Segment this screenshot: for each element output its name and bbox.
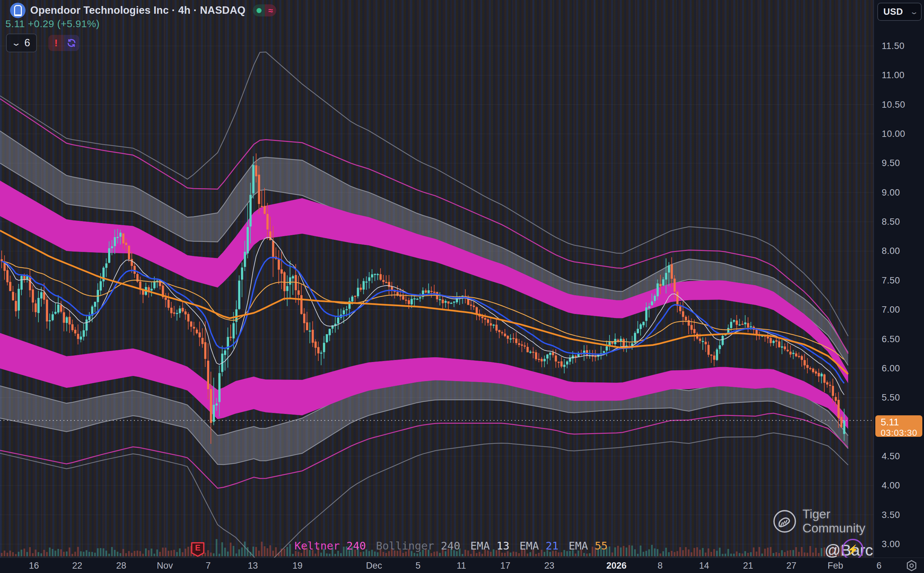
indicator-legend[interactable]: Keltner240Bollinger240EMA13EMA21EMA55 — [295, 539, 618, 552]
candle-body — [682, 312, 684, 317]
volume-bar — [216, 539, 217, 556]
candle-body — [182, 308, 184, 312]
barcode-watermark: @Barcode ⚡ — [825, 541, 874, 557]
candle-body — [133, 266, 136, 274]
time-axis-label: Nov — [157, 560, 173, 571]
candle-body — [402, 296, 405, 300]
axis-settings-icon[interactable] — [905, 559, 918, 573]
market-status-pill[interactable]: ≈ — [253, 5, 276, 16]
volume-bar — [784, 552, 786, 556]
currency-selector[interactable]: USD ⌄ — [877, 3, 922, 21]
candle-body — [193, 327, 195, 329]
volume-bar — [267, 548, 268, 556]
candle-body — [594, 356, 597, 357]
volume-bar — [778, 553, 780, 556]
legend-item-ema-13[interactable]: EMA13 — [471, 539, 509, 552]
volume-bar — [360, 552, 362, 556]
volume-bar — [227, 551, 229, 556]
time-axis[interactable]: 162228Nov71319Dec511172320268142127Feb6 — [0, 557, 924, 573]
candle-body — [498, 330, 500, 332]
legend-value: 55 — [595, 539, 608, 552]
candle-body — [232, 323, 235, 338]
candle-body — [515, 338, 518, 343]
last-price-badge[interactable]: 5.11 03:03:30 — [875, 415, 922, 437]
candle-body — [739, 324, 741, 326]
candle-body — [733, 320, 735, 322]
candle-body — [40, 292, 42, 299]
volume-bar — [725, 554, 726, 556]
volume-bar — [733, 554, 735, 556]
candle-body — [165, 297, 167, 300]
legend-item-ema-55[interactable]: EMA55 — [569, 539, 608, 552]
volume-bar — [221, 542, 223, 556]
candle-body — [563, 365, 566, 367]
volume-bar — [176, 552, 178, 556]
candle-body — [176, 313, 178, 314]
volume-bar — [773, 553, 774, 556]
candle-body — [439, 299, 441, 300]
volume-bar — [787, 551, 788, 556]
candle-body — [122, 233, 125, 244]
volume-bar — [230, 542, 232, 556]
symbol-title[interactable]: Opendoor Technologies Inc · 4h · NASDAQ — [30, 5, 245, 16]
candle-body — [298, 290, 300, 294]
volume-bar — [679, 547, 681, 556]
volume-bar — [626, 548, 627, 556]
earnings-marker[interactable]: E — [190, 542, 206, 557]
sync-icon[interactable] — [64, 35, 79, 51]
candle-body — [345, 309, 348, 310]
volume-bar — [187, 547, 189, 556]
warning-icon[interactable]: ! — [49, 35, 64, 51]
candle-body — [15, 301, 17, 312]
volume-bar — [272, 551, 274, 556]
candle-body — [100, 281, 102, 291]
candle-body — [413, 298, 416, 299]
candle-body — [108, 248, 110, 263]
badge-price: 5.11 — [881, 416, 922, 428]
volume-bar — [767, 548, 769, 557]
volume-bar — [77, 547, 79, 556]
volume-bar — [809, 546, 811, 556]
candle-body — [476, 307, 478, 314]
candle-body — [365, 282, 368, 282]
time-axis-label: 14 — [699, 560, 709, 571]
legend-item-bollinger-240[interactable]: Bollinger240 — [376, 539, 460, 552]
volume-bar — [253, 546, 254, 556]
volume-bar — [63, 552, 65, 556]
volume-bar — [286, 547, 288, 556]
candle-body — [787, 350, 789, 351]
volume-bar — [820, 548, 822, 556]
candle-body — [83, 330, 85, 337]
indicator-collapse-button[interactable]: ⌄ 6 — [6, 34, 37, 52]
candle-body — [125, 243, 127, 245]
volume-bar — [128, 551, 130, 556]
candle-body — [801, 356, 803, 360]
candle-body — [775, 340, 778, 341]
volume-bar — [43, 550, 45, 556]
volume-bar — [362, 551, 364, 556]
volume-bar — [185, 548, 186, 556]
candle-body — [306, 323, 308, 330]
legend-item-ema-21[interactable]: EMA21 — [519, 539, 558, 552]
candle-body — [541, 359, 543, 362]
opendoor-logo-icon[interactable] — [10, 3, 25, 18]
volume-bar — [544, 552, 545, 556]
time-axis-label: 23 — [544, 560, 554, 571]
legend-value: 13 — [497, 539, 510, 552]
candle-body — [673, 279, 676, 291]
tiger-community-label: Tiger Community — [802, 507, 874, 535]
volume-bar — [688, 550, 690, 556]
time-axis-label: 11 — [457, 560, 466, 571]
candle-body — [264, 206, 266, 214]
volume-bar — [244, 542, 246, 556]
price-axis[interactable]: USD ⌄ 11.5011.0010.5010.009.509.008.508.… — [874, 0, 924, 557]
candle-body — [447, 301, 450, 303]
candle-body — [501, 332, 503, 333]
legend-item-keltner-240[interactable]: Keltner240 — [295, 539, 366, 552]
chart-plot-area[interactable]: Opendoor Technologies Inc · 4h · NASDAQ … — [0, 0, 874, 557]
time-axis-label: 19 — [292, 560, 303, 571]
candle-body — [292, 276, 294, 279]
volume-bar — [284, 549, 286, 556]
candle-body — [651, 301, 653, 305]
candle-body — [507, 336, 509, 339]
